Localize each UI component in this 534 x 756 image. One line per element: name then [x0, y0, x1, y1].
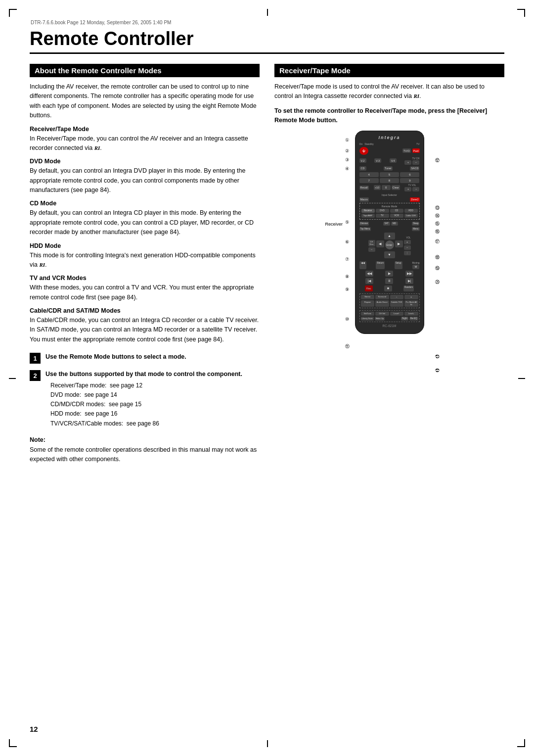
btn-rwd[interactable]: ◀◀	[365, 271, 373, 277]
power-btn[interactable]: ⏻	[359, 147, 368, 155]
btn-return[interactable]: Return	[376, 261, 385, 269]
subsection-body-cd: By default, you can control an Integra C…	[30, 208, 260, 237]
nav-enter[interactable]: Enter	[385, 240, 394, 249]
subsection-title-hdd: HDD Mode	[30, 242, 260, 249]
btn-v4[interactable]: V.4	[390, 158, 397, 163]
btn-0[interactable]: 0	[382, 185, 391, 190]
btn-clear[interactable]: Clear	[392, 185, 400, 190]
btn-random[interactable]: Random	[403, 285, 414, 291]
btn-liberty[interactable]: Liberty Suite	[361, 317, 374, 321]
about-modes-header: About the Remote Controller Modes	[30, 64, 260, 77]
btn-recall[interactable]: Recall	[359, 186, 369, 190]
btn-muting[interactable]: M	[412, 265, 419, 269]
btn-chsel[interactable]: CH Sel	[375, 312, 389, 316]
btn-menu[interactable]: Menu	[412, 227, 419, 231]
tv-power-btn[interactable]: Pwd	[412, 148, 420, 153]
btn-hdd-mode[interactable]: HDD	[404, 209, 418, 213]
tvvol-dn[interactable]: −	[412, 187, 419, 191]
left-column: About the Remote Controller Modes Includ…	[30, 64, 260, 465]
tone-level-section: NetTune CH Sel Level− Level+ Liberty Sui…	[359, 310, 420, 322]
btn-cd-mode[interactable]: CD	[390, 209, 403, 213]
btn-night[interactable]: Night	[401, 317, 408, 321]
subsection-body-tv: With these modes, you can control a TV a…	[30, 283, 260, 302]
btn-plus[interactable]: +	[404, 295, 418, 299]
btn-stop[interactable]: ■	[384, 285, 392, 291]
btn-minus[interactable]: −	[390, 295, 404, 299]
btn-8[interactable]: 8	[380, 178, 399, 183]
btn-netune[interactable]: NetTune	[361, 312, 375, 316]
receiver-mode-header: Receiver/Tape Mode	[274, 64, 504, 77]
tvch-dn[interactable]: −	[412, 160, 419, 165]
nav-down[interactable]: ▼	[384, 251, 395, 258]
btn-subtitle[interactable]: Subtitle THX	[390, 300, 404, 307]
subsection-body-dvd: By default, you can control an Integra D…	[30, 166, 260, 195]
remote-illustration: ① ② ③ ④ ⑤ ⑥ ⑦ ⑧ ⑨ ⑩ ⑪ ⑫	[274, 131, 504, 334]
btn-setup[interactable]: Setup	[395, 261, 402, 269]
btn-repeat[interactable]: Repeat	[361, 300, 375, 307]
btn-tape-amp[interactable]: Tape/AMP	[361, 214, 375, 218]
btn-v3[interactable]: V.3	[374, 158, 381, 163]
btn-prev-track[interactable]: |◀	[365, 278, 373, 284]
nav-up[interactable]: ▲	[384, 233, 395, 239]
btn-top-menu[interactable]: Top Menu	[359, 227, 371, 231]
btn-zone2[interactable]: Zone2	[410, 197, 420, 202]
nav-right[interactable]: ▶	[395, 240, 403, 247]
btn-plus10[interactable]: +10	[374, 185, 381, 190]
btn-tuner[interactable]: Tuner	[384, 166, 393, 171]
btn-prx-mode[interactable]: Prx Mode All St	[404, 300, 418, 307]
subsection-title-cd: CD Mode	[30, 200, 260, 207]
btn-sat[interactable]: SAT	[383, 222, 390, 226]
subsection-body-hdd: This mode is for controlling Integra's n…	[30, 251, 260, 270]
btn-surround[interactable]: Surround	[375, 295, 389, 299]
vol-up[interactable]: +	[404, 240, 411, 244]
btn-pause[interactable]: ⏸	[385, 278, 393, 284]
btn-vcr-mode[interactable]: VCR	[390, 214, 403, 218]
listening-mode-section: Stereo Surround − + Repeat Audio Direct …	[359, 293, 420, 308]
step-2-number: 2	[30, 370, 41, 381]
btn-ch-disc[interactable]: CHDisc	[368, 240, 375, 246]
btn-rcvr[interactable]: Receive	[361, 209, 375, 213]
btn-dvd-mode[interactable]: DVD	[376, 209, 389, 213]
btn-cd[interactable]: CD	[359, 166, 366, 171]
btn-9[interactable]: 9	[400, 178, 419, 183]
btn-7[interactable]: 7	[359, 178, 379, 183]
btn-prev[interactable]: ◀◀	[359, 261, 366, 269]
nav-left[interactable]: ◀	[376, 240, 384, 247]
step-1: 1 Use the Remote Mode buttons to select …	[30, 352, 260, 364]
btn-sacd[interactable]: SACD	[410, 166, 419, 171]
about-modes-intro: Including the AV receiver, the remote co…	[30, 82, 260, 121]
btn-4[interactable]: 4	[359, 172, 379, 177]
vol-dn[interactable]: −	[404, 245, 411, 250]
btn-level[interactable]: Level−	[390, 312, 404, 316]
btn-dimmer[interactable]: Dimmer	[359, 222, 369, 226]
btn-v2[interactable]: V.2	[359, 158, 366, 163]
btn-rec[interactable]: Rec	[365, 285, 373, 291]
btn-stereo[interactable]: Stereo	[361, 295, 375, 299]
note-title: Note:	[30, 436, 260, 443]
btn-level-plus[interactable]: Level+	[404, 312, 418, 316]
btn-tv-mode[interactable]: TV	[376, 214, 389, 218]
btn-play[interactable]: ▶	[385, 271, 393, 277]
remote-mode-label: Remote Mode	[361, 205, 418, 208]
btn-re-eq[interactable]: Re-EQ	[409, 317, 418, 321]
btn-macro[interactable]: Macro	[359, 197, 369, 202]
right-column: Receiver/Tape Mode Receiver/Tape mode is…	[274, 64, 504, 465]
btn-next-track[interactable]: ▶|	[405, 278, 413, 284]
btn-6[interactable]: 6	[400, 172, 419, 177]
tvch-up[interactable]: +	[404, 160, 411, 165]
btn-ffd[interactable]: ▶▶	[405, 271, 413, 277]
remote-model: RC-621M	[359, 324, 420, 328]
btn-md[interactable]: MD	[391, 222, 398, 226]
tvvol-up[interactable]: +	[404, 187, 411, 191]
number-buttons-area: V.2 V.3 V.4 TV CH + −	[359, 157, 420, 191]
note-section: Note: Some of the remote controller oper…	[30, 436, 260, 465]
btn-cable-mode[interactable]: Cable CDR	[404, 214, 418, 218]
btn-sleep[interactable]: Sleep	[412, 222, 420, 226]
receiver-mode-intro: Receiver/Tape mode is used to control th…	[274, 82, 504, 101]
btn-wake[interactable]: Wake Up	[375, 317, 385, 321]
tv-input-btn[interactable]: TV/O	[402, 148, 411, 153]
step-2-subtext: Receiver/Tape mode: see page 12 DVD mode…	[50, 381, 260, 428]
btn-audio[interactable]: Audio Direct	[375, 300, 389, 307]
btn-5[interactable]: 5	[380, 172, 399, 177]
btn-ch-minus[interactable]: −	[368, 247, 375, 252]
